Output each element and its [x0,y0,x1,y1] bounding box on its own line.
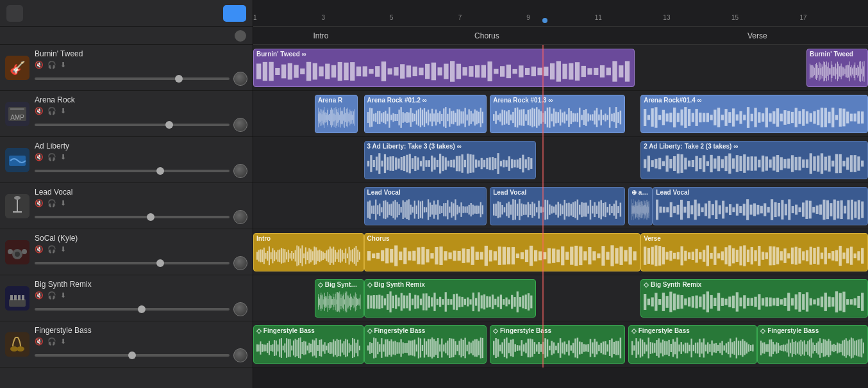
svg-rect-121 [841,63,842,79]
pan-knob-socal-kyle[interactable] [233,256,247,270]
svg-rect-1028 [480,295,482,308]
mute-icon-socal-kyle[interactable]: 🔇 [35,245,44,254]
clip-burnin-tweed-0[interactable]: Burnin' Tweed ∞ [253,49,635,87]
clip-fingerstyle-bass-1[interactable]: ◇ Fingerstyle Bass [364,325,487,364]
svg-rect-575 [510,205,512,215]
solo-icon-socal-kyle[interactable]: 🎧 [47,245,56,254]
svg-rect-1159 [347,339,348,356]
mute-icon-ad-liberty[interactable]: 🔇 [35,153,44,161]
pan-knob-arena-rock[interactable] [233,118,247,132]
clip-fingerstyle-bass-3[interactable]: ◇ Fingerstyle Bass [628,325,757,364]
pan-knob-burnin-tweed[interactable] [233,72,247,86]
svg-rect-800 [349,247,350,265]
mute-icon-arena-rock[interactable]: 🔇 [35,107,44,115]
svg-rect-931 [321,293,321,311]
solo-icon-big-synth[interactable]: 🎧 [47,291,56,300]
clip-big-synth-2[interactable]: ◇ Big Synth Remix [640,279,868,318]
svg-rect-1401 [855,341,856,355]
record-icon-arena-rock[interactable]: ⬇ [60,107,66,115]
svg-rect-604 [572,202,574,217]
volume-slider-socal-kyle[interactable] [35,262,230,264]
svg-rect-1124 [286,338,287,358]
svg-rect-1083 [776,298,779,306]
volume-slider-arena-rock[interactable] [35,124,230,126]
pan-knob-fingerstyle-bass[interactable] [233,348,247,362]
pan-knob-big-synth[interactable] [233,302,247,316]
svg-rect-509 [371,206,372,213]
svg-rect-1025 [472,293,474,311]
svg-rect-268 [496,111,497,124]
mute-icon-fingerstyle-bass[interactable]: 🔇 [35,337,44,346]
svg-rect-122 [842,67,842,77]
record-icon-fingerstyle-bass[interactable]: ⬇ [60,337,66,346]
svg-rect-396 [392,156,394,171]
svg-rect-293 [549,107,551,127]
svg-rect-779 [312,251,313,260]
track-lanes[interactable]: Burnin' Tweed ∞Burnin' TweedArena RArena… [253,45,868,388]
volume-slider-fingerstyle-bass[interactable] [35,354,230,357]
pan-knob-lead-vocal[interactable] [233,210,247,224]
svg-rect-264 [478,112,479,124]
clip-lead-vocal-0[interactable]: Lead Vocal [364,187,487,225]
svg-rect-926 [861,248,864,264]
record-icon-big-synth[interactable]: ⬇ [60,291,66,300]
volume-slider-burnin-tweed[interactable] [35,77,230,80]
clip-ad-liberty-0[interactable]: 3 Ad Liberty: Take 3 (3 takes) ∞ [364,141,537,179]
svg-rect-392 [381,161,383,166]
svg-rect-366 [787,111,790,124]
record-icon-burnin-tweed[interactable]: ⬇ [60,61,66,69]
clip-socal-kyle-0[interactable]: Intro [253,233,364,271]
record-icon-ad-liberty[interactable]: ⬇ [60,153,66,161]
clip-ad-liberty-1[interactable]: 2 Ad Liberty: Take 2 (3 takes) ∞ [640,141,868,179]
clip-waveform-burnin-tweed-1 [810,58,865,85]
svg-rect-150 [320,113,321,122]
clip-arena-rock-0[interactable]: Arena R [315,95,358,133]
svg-rect-62 [475,65,480,77]
svg-rect-140 [858,67,859,76]
solo-icon-arena-rock[interactable]: 🎧 [47,107,56,115]
svg-rect-247 [445,107,446,128]
clip-fingerstyle-bass-2[interactable]: ◇ Fingerstyle Bass [490,325,625,364]
svg-rect-285 [531,108,533,127]
mute-icon-big-synth[interactable]: 🔇 [35,291,44,300]
svg-rect-79 [581,66,586,77]
clip-arena-rock-2[interactable]: Arena Rock #01.3 ∞ [490,95,625,133]
solo-icon-fingerstyle-bass[interactable]: 🎧 [47,337,56,346]
clip-socal-kyle-2[interactable]: Verse [640,233,868,271]
clip-big-synth-0[interactable]: ◇ Big Synth R [315,279,364,318]
svg-rect-737 [830,203,833,216]
arrangement-add-button[interactable] [235,30,246,42]
svg-rect-457 [681,154,683,173]
record-icon-lead-vocal[interactable]: ⬇ [60,199,66,207]
clip-lead-vocal-3[interactable]: Lead Vocal [653,187,868,225]
clip-fingerstyle-bass-0[interactable]: ◇ Fingerstyle Bass [253,325,364,364]
smart-controls-button[interactable] [223,5,246,22]
add-track-button[interactable] [6,5,23,22]
svg-rect-1372 [804,340,805,355]
pan-knob-ad-liberty[interactable] [233,164,247,178]
mute-icon-lead-vocal[interactable]: 🔇 [35,199,44,207]
svg-rect-331 [658,115,661,120]
volume-slider-big-synth[interactable] [35,308,230,311]
clip-burnin-tweed-1[interactable]: Burnin' Tweed [806,49,868,87]
svg-rect-511 [375,200,376,220]
volume-slider-ad-liberty[interactable] [35,170,230,172]
clip-socal-kyle-1[interactable]: Chorus [364,233,641,271]
slider-wrap-burnin-tweed [35,77,230,80]
clip-big-synth-1[interactable]: ◇ Big Synth Remix [364,279,537,318]
clip-lead-vocal-2[interactable]: ⊕ ad Vocal [628,187,653,225]
clip-arena-rock-3[interactable]: Arena Rock#01.4 ∞ [640,95,868,133]
solo-icon-lead-vocal[interactable]: 🎧 [47,199,56,207]
clip-arena-rock-1[interactable]: Arena Rock #01.2 ∞ [364,95,487,133]
clip-lead-vocal-1[interactable]: Lead Vocal [490,187,625,225]
svg-rect-21 [18,295,21,300]
solo-icon-ad-liberty[interactable]: 🎧 [47,153,56,161]
record-icon-socal-kyle[interactable]: ⬇ [60,245,66,254]
clip-fingerstyle-bass-4[interactable]: ◇ Fingerstyle Bass [757,325,868,364]
solo-icon-burnin-tweed[interactable]: 🎧 [47,61,56,69]
svg-rect-966 [346,291,346,312]
svg-rect-547 [445,203,446,216]
mute-icon-burnin-tweed[interactable]: 🔇 [35,61,44,69]
svg-rect-1131 [298,338,299,358]
volume-slider-lead-vocal[interactable] [35,216,230,218]
